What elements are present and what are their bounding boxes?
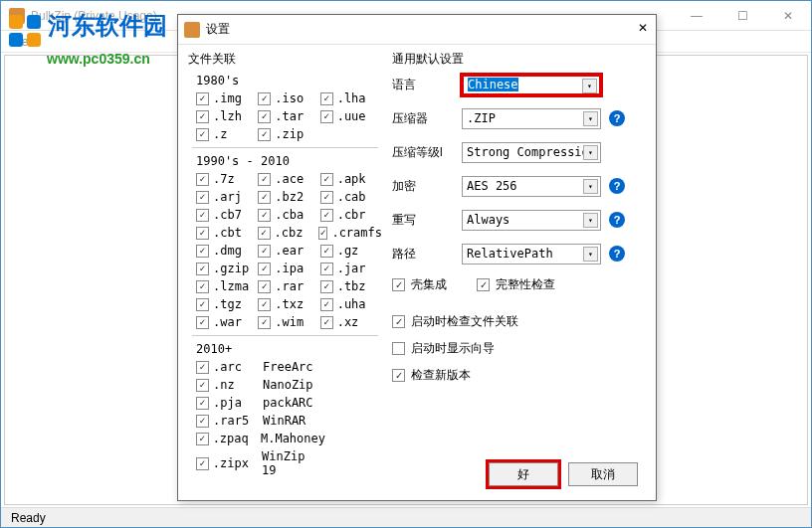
ext-checkbox[interactable]: .xz (320, 315, 382, 329)
dialog-body: 文件关联 1980's .img.iso.lha.lzh.tar.uue.z.z… (178, 45, 656, 487)
ext-checkbox[interactable]: .ipa (258, 262, 319, 275)
level-label: 压缩等级l (392, 144, 462, 161)
ext-checkbox[interactable]: .arj (196, 190, 258, 204)
close-button[interactable]: ✕ (765, 1, 811, 31)
ext-checkbox[interactable]: .cba (258, 208, 319, 222)
ext-checkbox[interactable]: .cbz (258, 226, 319, 240)
ext-checkbox[interactable]: .cb7 (196, 208, 258, 222)
ext-checkbox[interactable]: .lzma (196, 279, 258, 293)
ext-checkbox[interactable]: .rar (258, 279, 319, 293)
dialog-buttons: 好 取消 (489, 462, 638, 486)
ext-checkbox[interactable]: .nzNanoZip (196, 378, 325, 392)
options-row1: 壳集成 完整性检查 (392, 276, 646, 303)
ext-checkbox[interactable]: .txz (258, 297, 319, 311)
ext-checkbox[interactable]: .tar (258, 109, 319, 123)
ext-checkbox[interactable]: .cab (320, 190, 382, 204)
lang-row: 语言 Chinese▾ (392, 74, 646, 95)
app-title: BulkZip (Private Usage) (31, 9, 157, 23)
chevron-down-icon: ▾ (583, 213, 598, 228)
ext-checkbox[interactable]: .arcFreeArc (196, 360, 325, 374)
encrypt-row: 加密 AES 256▾ ? (392, 175, 646, 197)
maximize-button[interactable]: ☐ (719, 1, 765, 31)
status-bar: Ready (1, 507, 811, 527)
level-row: 压缩等级l Strong Compression▾ (392, 141, 646, 163)
ext-checkbox[interactable]: .apk (320, 172, 382, 186)
file-assoc-label: 文件关联 (188, 51, 382, 68)
cancel-button[interactable]: 取消 (568, 462, 638, 486)
ok-button[interactable]: 好 (489, 462, 558, 486)
status-text: Ready (11, 511, 46, 525)
dialog-title: 设置 (206, 21, 230, 38)
ext-checkbox[interactable]: .zipxWinZip 19 (196, 449, 325, 477)
ext-checkbox[interactable]: .wim (258, 315, 319, 329)
era-2010: 2010+ (196, 342, 382, 356)
resize-grip-icon (793, 514, 803, 524)
help-icon[interactable]: ? (609, 212, 625, 228)
ext-checkbox[interactable]: .cbr (320, 208, 382, 222)
chevron-down-icon: ▾ (583, 179, 598, 194)
divider (192, 335, 378, 336)
ext-checkbox[interactable]: .rar5WinRAR (196, 414, 325, 428)
rewrite-combo[interactable]: Always▾ (462, 210, 601, 231)
help-icon[interactable]: ? (609, 178, 625, 194)
general-label: 通用默认设置 (392, 51, 646, 68)
chevron-down-icon: ▾ (583, 145, 598, 160)
ext-checkbox[interactable]: .img (196, 91, 258, 105)
ext-checkbox[interactable]: .jar (320, 262, 382, 275)
check-assoc-checkbox[interactable]: 启动时检查文件关联 (392, 313, 646, 330)
ext-checkbox[interactable]: .zpaqM.Mahoney (196, 432, 325, 445)
ext-checkbox[interactable]: .zip (258, 127, 319, 141)
rewrite-row: 重写 Always▾ ? (392, 209, 646, 231)
ext-checkbox[interactable]: .lha (320, 91, 382, 105)
encrypt-label: 加密 (392, 178, 462, 195)
path-row: 路径 RelativePath▾ ? (392, 243, 646, 264)
level-combo[interactable]: Strong Compression▾ (462, 142, 601, 163)
help-icon[interactable]: ? (609, 246, 625, 262)
lang-label: 语言 (392, 77, 462, 93)
shell-integration-checkbox[interactable]: 壳集成 (392, 276, 447, 293)
ext-checkbox[interactable]: .iso (258, 91, 319, 105)
minimize-button[interactable]: — (674, 1, 719, 31)
compressor-label: 压缩器 (392, 110, 462, 127)
dialog-close-button[interactable]: ✕ (638, 21, 648, 35)
divider (192, 147, 378, 148)
ext-checkbox[interactable]: .bz2 (258, 190, 319, 204)
ext-checkbox[interactable]: .ear (258, 244, 319, 258)
ext-checkbox[interactable]: .tbz (320, 279, 382, 293)
lang-combo[interactable]: Chinese▾ (462, 75, 601, 95)
ext-checkbox[interactable]: .dmg (196, 244, 258, 258)
window-controls: — ☐ ✕ (674, 1, 811, 31)
ext-checkbox[interactable]: .ace (258, 172, 319, 186)
general-settings-panel: 通用默认设置 语言 Chinese▾ 压缩器 .ZIP▾ ? 压缩等级l Str… (382, 51, 646, 481)
help-icon[interactable]: ? (609, 110, 625, 126)
encrypt-combo[interactable]: AES 256▾ (462, 176, 601, 197)
ext-checkbox[interactable]: .cbt (196, 226, 258, 240)
app-icon (9, 8, 25, 24)
compressor-row: 压缩器 .ZIP▾ ? (392, 107, 646, 129)
path-combo[interactable]: RelativePath▾ (462, 244, 601, 264)
chevron-down-icon: ▾ (583, 111, 598, 126)
ext-checkbox[interactable]: .war (196, 315, 258, 329)
dialog-titlebar: 设置 ✕ (178, 15, 656, 45)
ext-checkbox[interactable]: .lzh (196, 109, 258, 123)
integrity-checkbox[interactable]: 完整性检查 (477, 276, 555, 293)
show-wizard-checkbox[interactable]: 启动时显示向导 (392, 340, 646, 357)
ext-checkbox[interactable]: .7z (196, 172, 258, 186)
file-menu[interactable]: File (9, 35, 28, 49)
check-update-checkbox[interactable]: 检查新版本 (392, 367, 646, 384)
ext-checkbox[interactable]: .gzip (196, 262, 258, 275)
era-1980: 1980's (196, 74, 382, 88)
chevron-down-icon: ▾ (582, 79, 597, 93)
compressor-combo[interactable]: .ZIP▾ (462, 108, 601, 129)
era-1990: 1990's - 2010 (196, 154, 382, 168)
settings-dialog: 设置 ✕ 文件关联 1980's .img.iso.lha.lzh.tar.uu… (177, 14, 657, 501)
file-assoc-panel: 文件关联 1980's .img.iso.lha.lzh.tar.uue.z.z… (188, 51, 382, 481)
ext-checkbox[interactable]: .pjapackARC (196, 396, 325, 410)
ext-checkbox[interactable]: .z (196, 127, 258, 141)
ext-checkbox[interactable]: .cramfs (318, 226, 382, 240)
ext-checkbox[interactable]: .gz (320, 244, 382, 258)
ext-checkbox[interactable]: .tgz (196, 297, 258, 311)
ext-checkbox[interactable]: .uha (320, 297, 382, 311)
ext-checkbox[interactable]: .uue (320, 109, 382, 123)
rewrite-label: 重写 (392, 212, 462, 229)
